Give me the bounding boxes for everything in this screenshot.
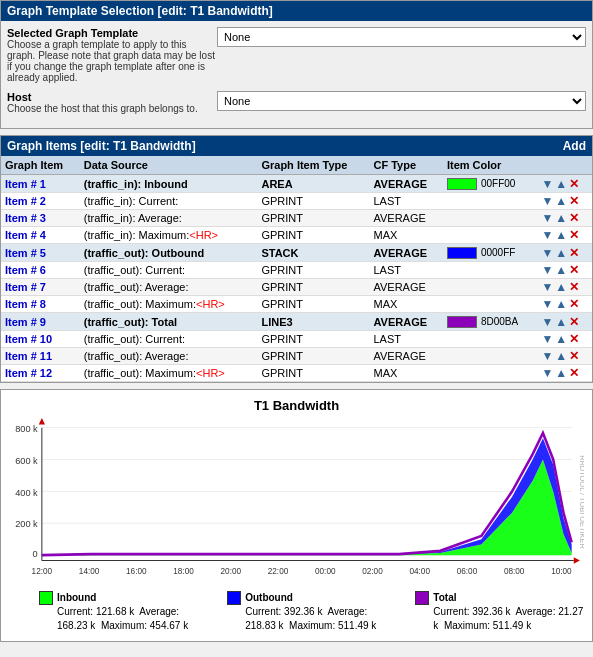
move-down-icon[interactable]: ▼ (541, 229, 553, 241)
items-table: Graph Item Data Source Graph Item Type C… (1, 156, 592, 382)
svg-text:0: 0 (33, 548, 38, 559)
move-up-icon[interactable]: ▲ (555, 178, 567, 190)
move-down-icon[interactable]: ▼ (541, 350, 553, 362)
chart-legend: Inbound Current: 121.68 k Average: 168.2… (9, 591, 584, 633)
graph-template-title: Graph Template Selection [edit: T1 Bandw… (7, 4, 273, 18)
host-select-group: Host Choose the host that this graph bel… (7, 91, 586, 114)
svg-text:20:00: 20:00 (221, 566, 242, 576)
cell-datasource: (traffic_in): Average: (80, 210, 258, 227)
cell-color: 00FF00 (443, 175, 537, 193)
item-link[interactable]: Item # 2 (5, 195, 46, 207)
items-table-head: Graph Item Data Source Graph Item Type C… (1, 156, 592, 175)
cell-item: Item # 12 (1, 365, 80, 382)
cell-cf: AVERAGE (369, 244, 442, 262)
item-link[interactable]: Item # 5 (5, 247, 46, 259)
svg-marker-13 (39, 418, 45, 424)
cell-item: Item # 1 (1, 175, 80, 193)
cell-datasource: (traffic_out): Current: (80, 262, 258, 279)
cell-item: Item # 8 (1, 296, 80, 313)
svg-text:800 k: 800 k (15, 423, 38, 434)
move-up-icon[interactable]: ▲ (555, 229, 567, 241)
move-up-icon[interactable]: ▲ (555, 367, 567, 379)
svg-text:08:00: 08:00 (504, 566, 525, 576)
cell-color (443, 279, 537, 296)
move-down-icon[interactable]: ▼ (541, 178, 553, 190)
move-up-icon[interactable]: ▲ (555, 212, 567, 224)
item-link[interactable]: Item # 6 (5, 264, 46, 276)
delete-icon[interactable]: ✕ (569, 212, 579, 224)
cell-color (443, 348, 537, 365)
chart-title: T1 Bandwidth (9, 398, 584, 413)
move-down-icon[interactable]: ▼ (541, 247, 553, 259)
cell-cf: AVERAGE (369, 279, 442, 296)
move-up-icon[interactable]: ▲ (555, 316, 567, 328)
hr-label: <HR> (189, 229, 218, 241)
move-up-icon[interactable]: ▲ (555, 350, 567, 362)
host-dropdown[interactable]: None (217, 91, 586, 111)
add-link[interactable]: Add (563, 139, 586, 153)
move-up-icon[interactable]: ▲ (555, 333, 567, 345)
delete-icon[interactable]: ✕ (569, 195, 579, 207)
delete-icon[interactable]: ✕ (569, 247, 579, 259)
delete-icon[interactable]: ✕ (569, 229, 579, 241)
host-select-control[interactable]: None (217, 91, 586, 111)
cell-type: GPRINT (257, 331, 369, 348)
cell-color: 0000FF (443, 244, 537, 262)
cell-datasource: (traffic_out): Maximum:<HR> (80, 296, 258, 313)
move-down-icon[interactable]: ▼ (541, 212, 553, 224)
item-link[interactable]: Item # 8 (5, 298, 46, 310)
delete-icon[interactable]: ✕ (569, 350, 579, 362)
move-down-icon[interactable]: ▼ (541, 333, 553, 345)
legend-color (227, 591, 241, 605)
cell-item: Item # 6 (1, 262, 80, 279)
svg-marker-12 (574, 558, 580, 564)
item-link[interactable]: Item # 9 (5, 316, 46, 328)
move-up-icon[interactable]: ▲ (555, 195, 567, 207)
delete-icon[interactable]: ✕ (569, 264, 579, 276)
delete-icon[interactable]: ✕ (569, 178, 579, 190)
graph-template-header: Graph Template Selection [edit: T1 Bandw… (1, 1, 592, 21)
delete-icon[interactable]: ✕ (569, 316, 579, 328)
move-down-icon[interactable]: ▼ (541, 195, 553, 207)
template-select-control[interactable]: None (217, 27, 586, 47)
svg-text:00:00: 00:00 (315, 566, 336, 576)
cell-type: GPRINT (257, 365, 369, 382)
cell-type: GPRINT (257, 348, 369, 365)
item-link[interactable]: Item # 4 (5, 229, 46, 241)
delete-icon[interactable]: ✕ (569, 333, 579, 345)
move-down-icon[interactable]: ▼ (541, 298, 553, 310)
template-label-desc: Choose a graph template to apply to this… (7, 39, 217, 83)
delete-icon[interactable]: ✕ (569, 298, 579, 310)
cell-type: AREA (257, 175, 369, 193)
table-row: Item # 12(traffic_out): Maximum:<HR>GPRI… (1, 365, 592, 382)
move-up-icon[interactable]: ▲ (555, 247, 567, 259)
item-link[interactable]: Item # 3 (5, 212, 46, 224)
template-select-group: Selected Graph Template Choose a graph t… (7, 27, 586, 83)
item-link[interactable]: Item # 1 (5, 178, 46, 190)
col-color: Item Color (443, 156, 537, 175)
chart-panel: T1 Bandwidth 800 k 600 k 400 k 200 k 0 (0, 389, 593, 642)
item-link[interactable]: Item # 10 (5, 333, 52, 345)
graph-items-panel: Graph Items [edit: T1 Bandwidth] Add Gra… (0, 135, 593, 383)
cell-cf: AVERAGE (369, 313, 442, 331)
table-row: Item # 1(traffic_in): InboundAREAAVERAGE… (1, 175, 592, 193)
move-up-icon[interactable]: ▲ (555, 264, 567, 276)
template-dropdown[interactable]: None (217, 27, 586, 47)
cell-datasource: (traffic_out): Average: (80, 279, 258, 296)
move-up-icon[interactable]: ▲ (555, 298, 567, 310)
cell-cf: AVERAGE (369, 210, 442, 227)
move-down-icon[interactable]: ▼ (541, 316, 553, 328)
graph-items-title: Graph Items [edit: T1 Bandwidth] (7, 139, 196, 153)
move-down-icon[interactable]: ▼ (541, 281, 553, 293)
move-up-icon[interactable]: ▲ (555, 281, 567, 293)
move-down-icon[interactable]: ▼ (541, 264, 553, 276)
item-link[interactable]: Item # 11 (5, 350, 52, 362)
item-link[interactable]: Item # 7 (5, 281, 46, 293)
host-label-title: Host (7, 91, 217, 103)
item-link[interactable]: Item # 12 (5, 367, 52, 379)
move-down-icon[interactable]: ▼ (541, 367, 553, 379)
chart-container: 800 k 600 k 400 k 200 k 0 (9, 417, 584, 587)
cell-actions: ▼ ▲ ✕ (537, 331, 592, 348)
delete-icon[interactable]: ✕ (569, 367, 579, 379)
delete-icon[interactable]: ✕ (569, 281, 579, 293)
